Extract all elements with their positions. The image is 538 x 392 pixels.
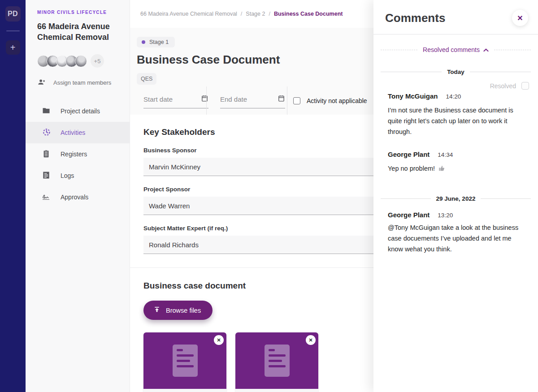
- date-separator-today: Today: [381, 69, 531, 75]
- comment-text: I’m not sure the Business case document …: [388, 105, 524, 137]
- comment: George Plant 13:20 @Tony McGuigan take a…: [381, 211, 531, 254]
- section-divider: [130, 267, 373, 268]
- app-logo[interactable]: PD: [5, 6, 21, 22]
- business-sponsor-field: Business Sponsor: [143, 147, 373, 176]
- comment-author: George Plant: [388, 211, 430, 219]
- qes-tag: QES: [137, 73, 156, 85]
- page-title: Business Case Document: [137, 53, 373, 67]
- team-avatars: +5: [37, 54, 120, 68]
- app-rail: PD +: [0, 0, 26, 392]
- sidebar-item-label: Approvals: [61, 194, 88, 201]
- start-date-cell: Start date: [130, 86, 206, 115]
- date-separator-label: 29 June, 2022: [436, 195, 476, 202]
- resolve-checkbox[interactable]: [521, 82, 529, 90]
- resolved-comments-label: Resolved comments: [423, 46, 480, 53]
- start-date-input[interactable]: Start date: [143, 95, 208, 108]
- breadcrumb: 66 Madeira Avenue Chemical Removal / Sta…: [130, 0, 373, 28]
- activity-form-card: Key Stakeholders Business Sponsor Projec…: [130, 115, 373, 392]
- divider-line: [481, 198, 531, 199]
- comment-text: @Tony McGuigan take a look at the busine…: [388, 222, 524, 254]
- file-thumbnail[interactable]: ✕: [235, 332, 318, 392]
- stakeholders-heading: Key Stakeholders: [143, 127, 373, 137]
- close-comments-button[interactable]: ✕: [512, 10, 528, 26]
- signature-icon: [42, 192, 51, 202]
- stage-dot-icon: [142, 40, 145, 44]
- thumbs-up-icon: [438, 164, 445, 175]
- resolved-comments-toggle[interactable]: Resolved comments: [423, 46, 489, 53]
- lifecycle-label: MINOR CIVILS LIFECYCLE: [37, 10, 120, 15]
- comment-time: 14:34: [438, 151, 453, 158]
- chevron-up-icon: [483, 46, 489, 53]
- divider-line: [381, 198, 431, 199]
- stage-badge-label: Stage 1: [149, 39, 169, 45]
- business-sponsor-input[interactable]: [143, 158, 373, 176]
- remove-file-button[interactable]: ✕: [306, 335, 316, 345]
- divider-line: [494, 50, 531, 50]
- breadcrumb-separator: /: [269, 11, 270, 17]
- subject-matter-expert-field: Subject Matter Expert (if req.): [143, 225, 373, 254]
- documents-heading: Business case document: [143, 281, 373, 291]
- activity-not-applicable-label: Activity not applicable: [307, 97, 367, 104]
- date-separator-29-june: 29 June, 2022: [381, 195, 531, 202]
- avatar[interactable]: [75, 55, 87, 67]
- comments-title: Comments: [385, 11, 445, 25]
- breadcrumb-item-stage[interactable]: Stage 2: [246, 11, 265, 17]
- clipboard-icon: [42, 149, 51, 159]
- project-sponsor-input[interactable]: [143, 197, 373, 215]
- document-icon: [173, 345, 198, 377]
- upload-icon: [153, 306, 161, 314]
- history-icon: [42, 128, 51, 138]
- comment-time: 14:20: [446, 93, 461, 100]
- page-header: Stage 1 Business Case Document QES Start…: [130, 28, 373, 115]
- end-date-input[interactable]: End date: [220, 95, 285, 108]
- resolved-comments-row: Resolved comments: [381, 46, 531, 53]
- comment-text: Yep no problem!: [388, 163, 524, 175]
- folder-icon: [42, 106, 51, 116]
- comment-time: 13:20: [438, 212, 453, 219]
- breadcrumb-item-project[interactable]: 66 Madeira Avenue Chemical Removal: [140, 11, 237, 17]
- divider-line: [381, 50, 417, 50]
- date-separator-label: Today: [447, 69, 464, 75]
- browse-files-button[interactable]: Browse files: [143, 301, 213, 320]
- file-thumbnail-footer: [235, 389, 318, 392]
- file-preview: ✕: [235, 332, 318, 389]
- divider-line: [381, 72, 442, 72]
- project-title: 66 Madeira Avenue Chemical Removal: [37, 21, 120, 43]
- main-content: 66 Madeira Avenue Chemical Removal / Sta…: [130, 0, 373, 392]
- breadcrumb-item-current: Business Case Document: [274, 11, 343, 17]
- file-thumbnail[interactable]: ✕: [143, 332, 226, 392]
- avatar-overflow-badge[interactable]: +5: [91, 54, 104, 68]
- rail-divider: [6, 30, 20, 31]
- business-sponsor-label: Business Sponsor: [143, 147, 373, 154]
- breadcrumb-separator: /: [241, 11, 242, 17]
- assign-label: Assign team members: [53, 79, 111, 86]
- activity-not-applicable-checkbox[interactable]: [293, 97, 300, 104]
- sidebar-item-label: Registers: [61, 151, 87, 158]
- project-sponsor-field: Project Sponsor: [143, 186, 373, 215]
- calendar-icon[interactable]: [278, 95, 285, 104]
- end-date-placeholder: End date: [220, 95, 247, 103]
- logs-icon: [42, 171, 51, 181]
- stage-badge: Stage 1: [137, 37, 175, 47]
- subject-matter-expert-input[interactable]: [143, 236, 373, 254]
- uploaded-files: ✕ ✕: [143, 332, 373, 392]
- resolved-label: Resolved: [490, 82, 516, 90]
- document-icon: [265, 345, 290, 377]
- not-applicable-cell: Activity not applicable: [287, 86, 373, 115]
- browse-files-label: Browse files: [166, 307, 201, 314]
- sidebar-item-label: Activities: [61, 129, 85, 136]
- project-sidebar: MINOR CIVILS LIFECYCLE 66 Madeira Avenue…: [26, 0, 130, 392]
- sidebar-item-label: Logs: [61, 172, 74, 179]
- assign-team-members-button[interactable]: Assign team members: [37, 78, 120, 87]
- app-window: PD + MINOR CIVILS LIFECYCLE 66 Madeira A…: [0, 0, 538, 392]
- sidebar-item-approvals[interactable]: Approvals: [26, 186, 130, 208]
- file-thumbnail-footer: [143, 389, 226, 392]
- remove-file-button[interactable]: ✕: [214, 335, 224, 345]
- sidebar-item-logs[interactable]: Logs: [26, 165, 130, 186]
- end-date-cell: End date: [206, 86, 287, 115]
- add-project-button[interactable]: +: [6, 40, 20, 55]
- sidebar-item-activities[interactable]: Activities: [26, 122, 130, 143]
- comment-author: George Plant: [388, 151, 430, 158]
- sidebar-item-registers[interactable]: Registers: [26, 143, 130, 165]
- sidebar-item-project-details[interactable]: Project details: [26, 100, 130, 122]
